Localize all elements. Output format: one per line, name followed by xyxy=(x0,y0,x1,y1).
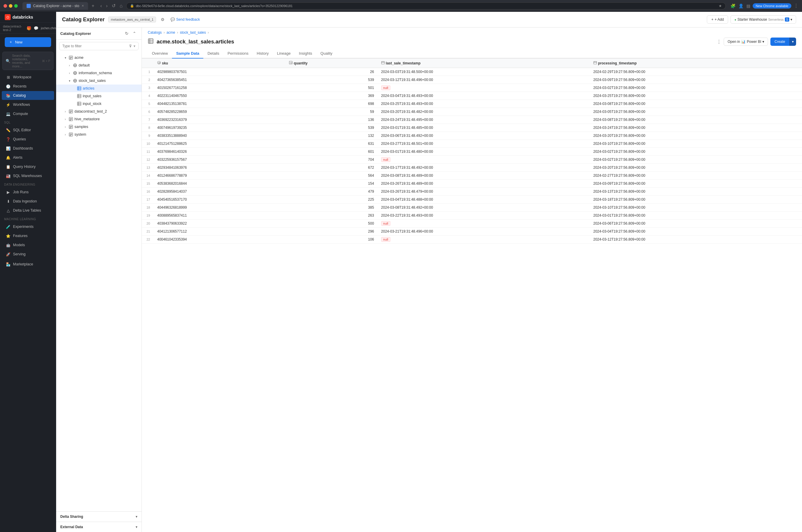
cell-row-num: 17 xyxy=(142,196,154,204)
sidebar-item-data-ingestion[interactable]: ⬇ Data Ingestion xyxy=(2,197,54,206)
forward-btn[interactable]: › xyxy=(105,3,109,9)
tab-lineage[interactable]: Lineage xyxy=(273,49,294,58)
add-button[interactable]: + + Add xyxy=(707,15,728,24)
tree-item-articles[interactable]: articles xyxy=(56,84,141,92)
collapse-catalog-btn[interactable]: ⌃ xyxy=(132,31,137,36)
tree-label-acme: acme xyxy=(75,56,139,60)
warehouse-type: Serverless xyxy=(768,18,784,21)
browser-nav: ‹ › ↺ ⌂ xyxy=(99,2,123,9)
expand-samples: › xyxy=(63,125,68,129)
help-icon[interactable]: 💬 xyxy=(34,26,38,31)
tree-item-system[interactable]: › system xyxy=(56,131,141,138)
tree-label-stock-last-sales: stock_last_sales xyxy=(79,79,139,83)
tree-item-datacontract-test-2[interactable]: › datacontract_test_2 xyxy=(56,108,141,115)
profile-btn[interactable]: 👤 xyxy=(739,3,744,8)
open-in-button[interactable]: Open in 📊 Power BI ▾ xyxy=(724,38,768,46)
sidebar-item-features[interactable]: ⭐ Features xyxy=(2,231,54,240)
sidebar-item-alerts[interactable]: 🔔 Alerts xyxy=(2,153,54,162)
sidebar-item-marketplace[interactable]: 🏪 Marketplace xyxy=(2,260,54,269)
sidebar-item-workflows[interactable]: ⚡ Workflows xyxy=(2,100,54,109)
home-btn[interactable]: ⌂ xyxy=(118,3,124,9)
create-dropdown-button[interactable]: ▾ xyxy=(789,38,796,46)
tree-item-samples[interactable]: › samples xyxy=(56,123,141,131)
tab-permissions[interactable]: Permissions xyxy=(224,49,253,58)
tree-item-acme[interactable]: ▾ acme xyxy=(56,54,141,61)
sidebar-item-catalog[interactable]: 📚 Catalog xyxy=(2,91,54,100)
more-options-button[interactable]: ⋮ xyxy=(717,39,721,45)
refresh-catalog-btn[interactable]: ↻ xyxy=(124,31,130,36)
browser-dots xyxy=(3,4,18,8)
sidebar-item-experiments[interactable]: 🧪 Experiments xyxy=(2,222,54,231)
sidebar-item-compute[interactable]: 💻 Compute xyxy=(2,109,54,118)
new-tab-btn[interactable]: + xyxy=(92,3,94,8)
breadcrumb-stock-last-sales[interactable]: stock_last_sales xyxy=(180,31,206,35)
cell-processing-timestamp: 2024-03-24T19:27:56.809+00:00 xyxy=(590,124,802,132)
cell-sku: 403769846140326 xyxy=(154,148,285,156)
feedback-button[interactable]: 💬 Send feedback xyxy=(171,17,200,22)
warehouse-button[interactable]: ● Starter Warehouse Serverless S ▾ xyxy=(730,15,796,24)
reload-btn[interactable]: ↺ xyxy=(111,2,117,9)
open-in-dropdown[interactable]: ▾ xyxy=(762,40,764,44)
expand-acme: ▾ xyxy=(63,56,68,60)
sample-data-table: ab sku 12 xyxy=(142,58,802,244)
gift-icon[interactable]: 🎁 xyxy=(26,26,31,31)
new-label: New xyxy=(15,40,22,44)
tab-sample-data[interactable]: Sample Data xyxy=(172,49,203,58)
cell-sku: 402828958414037 xyxy=(154,188,285,196)
cell-processing-timestamp: 2024-03-09T19:27:56.809+00:00 xyxy=(590,76,802,84)
sidebar-toggle-btn[interactable]: ▤ xyxy=(746,3,750,8)
new-chrome-badge[interactable]: New Chrome available xyxy=(753,3,791,8)
new-button[interactable]: ＋ New xyxy=(5,37,51,47)
tab-history[interactable]: History xyxy=(253,49,273,58)
tree-item-input-stock[interactable]: input_stock xyxy=(56,100,141,108)
tree-item-information-schema[interactable]: › information_schema xyxy=(56,69,141,77)
sidebar-item-sql-warehouses[interactable]: 🏭 SQL Warehouses xyxy=(2,171,54,180)
tree-item-hive-metastore[interactable]: › hive_metastore xyxy=(56,115,141,123)
sidebar-item-delta-live-tables[interactable]: △ Delta Live Tables xyxy=(2,206,54,215)
minimize-dot[interactable] xyxy=(9,4,13,8)
breadcrumb-acme[interactable]: acme xyxy=(166,31,175,35)
sidebar-item-dashboards[interactable]: 📊 Dashboards xyxy=(2,144,54,153)
tab-quality[interactable]: Quality xyxy=(316,49,336,58)
sidebar-item-queries[interactable]: ❓ Queries xyxy=(2,135,54,144)
sidebar-item-serving[interactable]: 🚀 Serving xyxy=(2,250,54,259)
svg-rect-3 xyxy=(70,58,71,59)
tree-item-default[interactable]: › default xyxy=(56,61,141,69)
tree-item-stock-last-sales[interactable]: ▾ stock_last_sales xyxy=(56,77,141,84)
delta-sharing-header[interactable]: Delta Sharing ▾ xyxy=(56,512,141,522)
tab-details[interactable]: Details xyxy=(203,49,224,58)
maximize-dot[interactable] xyxy=(14,4,18,8)
th-last-sale-timestamp-label: last_sale_timestamp xyxy=(386,61,420,65)
sidebar-item-models[interactable]: 🤖 Models xyxy=(2,241,54,249)
filter-icon[interactable]: ⊽ xyxy=(129,44,132,48)
cell-last-sale-timestamp: 2024-03-26T19:31:48.479+00:00 xyxy=(378,188,590,196)
sidebar-item-recents[interactable]: 🕐 Recents xyxy=(2,82,54,91)
sidebar-item-workspace[interactable]: ⊞ Workspace xyxy=(2,73,54,81)
sidebar-item-query-history[interactable]: 📋 Query History xyxy=(2,162,54,171)
back-btn[interactable]: ‹ xyxy=(99,3,103,9)
settings-button[interactable]: ⚙ xyxy=(159,17,166,22)
cell-last-sale-timestamp: null xyxy=(378,156,590,164)
external-data-header[interactable]: External Data ▾ xyxy=(56,522,141,532)
tab-overview[interactable]: Overview xyxy=(148,49,172,58)
close-dot[interactable] xyxy=(3,4,7,8)
tab-insights[interactable]: Insights xyxy=(295,49,317,58)
tab-close-btn[interactable]: ✕ xyxy=(81,4,84,7)
search-bar[interactable]: 🔍 Search data, notebooks, recents, and m… xyxy=(2,52,54,70)
catalog-icon-system xyxy=(69,132,73,137)
extensions-btn[interactable]: 🧩 xyxy=(730,3,736,8)
browser-actions: 🧩 👤 ▤ xyxy=(730,3,750,8)
cell-processing-timestamp: 2024-03-08T19:27:56.809+00:00 xyxy=(590,100,802,108)
filter-input[interactable] xyxy=(62,44,127,48)
filter-dropdown-icon[interactable]: ▾ xyxy=(134,44,135,48)
tree-item-input-sales[interactable]: input_sales xyxy=(56,92,141,100)
browser-more-btn[interactable]: ⋮ xyxy=(794,3,799,8)
breadcrumb-catalogs[interactable]: Catalogs xyxy=(148,31,161,35)
table-grid-icon xyxy=(148,38,154,45)
sidebar-item-sql-editor[interactable]: ✏️ SQL Editor xyxy=(2,126,54,134)
sidebar-item-job-runs[interactable]: ▶ Job Runs xyxy=(2,188,54,196)
create-button[interactable]: Create xyxy=(770,38,789,46)
svg-rect-40 xyxy=(70,135,71,136)
browser-tab[interactable]: Catalog Explorer - acme - sto ✕ xyxy=(22,2,88,10)
url-bar[interactable]: 🔒 dbc-5829e67d-6e9e.cloud.databricks.com… xyxy=(126,2,726,10)
